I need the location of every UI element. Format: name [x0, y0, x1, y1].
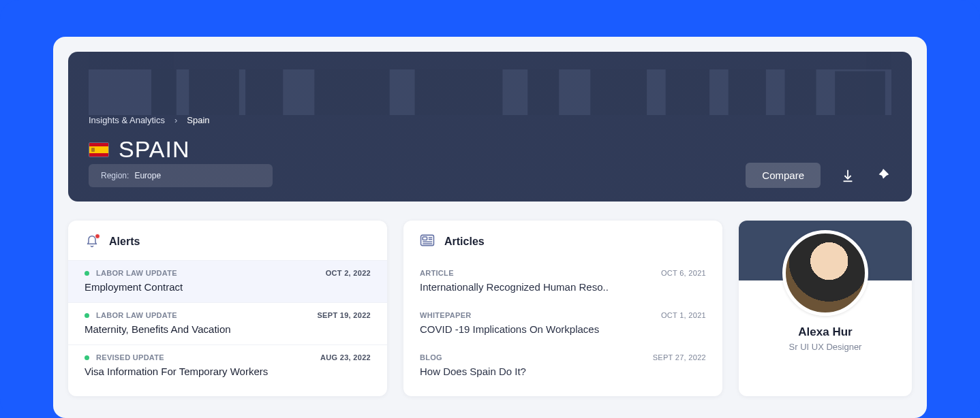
- profile-name: Alexa Hur: [798, 325, 852, 339]
- app-card: Insights & Analytics › Spain SPAIN Regio…: [53, 37, 927, 418]
- alert-category: REVISED UPDATE: [96, 353, 164, 361]
- article-title: Internationally Recognized Human Reso..: [420, 281, 706, 293]
- outer-frame: Insights & Analytics › Spain SPAIN Regio…: [0, 0, 980, 418]
- article-item[interactable]: WHITEPAPER OCT 1, 2021 COVID -19 Implica…: [403, 302, 722, 344]
- alert-title: Employment Contract: [85, 281, 371, 293]
- country-name: SPAIN: [119, 136, 190, 163]
- article-category: WHITEPAPER: [420, 311, 472, 319]
- hero-banner: Insights & Analytics › Spain SPAIN Regio…: [68, 52, 912, 202]
- svg-rect-15: [729, 69, 766, 115]
- articles-panel: Articles ARTICLE OCT 6, 2021 Internation…: [403, 221, 722, 396]
- svg-rect-13: [666, 69, 709, 115]
- alerts-panel: Alerts LABOR LAW UPDATE OCT 2, 2022 Empl…: [68, 221, 387, 396]
- download-icon[interactable]: [840, 167, 856, 184]
- newspaper-icon: [420, 234, 435, 249]
- article-category: ARTICLE: [420, 269, 454, 277]
- profile-card: Alexa Hur Sr UI UX Designer: [739, 221, 912, 396]
- profile-role: Sr UI UX Designer: [789, 342, 862, 352]
- alert-title: Maternity, Benefits And Vacation: [85, 323, 371, 335]
- status-dot-icon: [85, 355, 89, 360]
- hero-background-illustration: [89, 69, 891, 115]
- svg-rect-1: [151, 69, 177, 115]
- svg-rect-9: [527, 69, 559, 115]
- svg-rect-3: [189, 69, 239, 115]
- article-date: OCT 6, 2021: [661, 269, 706, 277]
- region-chip[interactable]: Region: Europe: [89, 164, 273, 187]
- article-item[interactable]: BLOG SEPT 27, 2022 How Does Spain Do It?: [403, 344, 722, 387]
- svg-rect-16: [785, 69, 816, 115]
- breadcrumb-current: Spain: [187, 115, 209, 125]
- article-item[interactable]: ARTICLE OCT 6, 2021 Internationally Reco…: [403, 260, 722, 302]
- alert-title: Visa Information For Temporary Workers: [85, 366, 371, 377]
- alert-date: AUG 23, 2022: [320, 353, 371, 361]
- articles-header: Articles: [403, 221, 722, 260]
- compare-button[interactable]: Compare: [746, 163, 821, 188]
- region-value: Europe: [134, 171, 161, 180]
- status-dot-icon: [85, 271, 89, 276]
- bell-icon: [85, 234, 99, 249]
- alerts-header: Alerts: [68, 221, 387, 260]
- alert-date: OCT 2, 2022: [326, 269, 371, 277]
- alert-date: SEPT 19, 2022: [317, 311, 371, 319]
- status-dot-icon: [85, 313, 89, 318]
- region-label: Region:: [101, 171, 129, 180]
- breadcrumb-root[interactable]: Insights & Analytics: [89, 115, 165, 125]
- page-title: SPAIN: [89, 136, 891, 163]
- alert-item[interactable]: LABOR LAW UPDATE SEPT 19, 2022 Maternity…: [68, 302, 387, 344]
- hero-actions: Compare: [746, 163, 891, 188]
- article-category: BLOG: [420, 353, 442, 361]
- article-title: COVID -19 Implications On Workplaces: [420, 323, 706, 335]
- svg-rect-4: [245, 69, 283, 115]
- svg-rect-20: [423, 237, 427, 240]
- pin-icon[interactable]: [875, 167, 891, 184]
- spain-flag-icon: [89, 142, 109, 157]
- article-date: OCT 1, 2021: [661, 311, 706, 319]
- article-date: SEPT 27, 2022: [653, 353, 706, 361]
- breadcrumb: Insights & Analytics › Spain: [89, 115, 891, 125]
- svg-rect-7: [415, 69, 503, 115]
- svg-rect-12: [590, 69, 647, 115]
- alert-category: LABOR LAW UPDATE: [96, 311, 177, 319]
- alert-category: LABOR LAW UPDATE: [96, 269, 177, 277]
- article-title: How Does Spain Do It?: [420, 366, 706, 377]
- content-row: Alerts LABOR LAW UPDATE OCT 2, 2022 Empl…: [68, 221, 912, 396]
- articles-title: Articles: [444, 236, 485, 248]
- svg-rect-6: [314, 69, 389, 115]
- alerts-title: Alerts: [109, 236, 140, 248]
- alert-item[interactable]: REVISED UPDATE AUG 23, 2022 Visa Informa…: [68, 344, 387, 387]
- svg-rect-18: [835, 71, 885, 115]
- chevron-right-icon: ›: [174, 115, 177, 125]
- alert-item[interactable]: LABOR LAW UPDATE OCT 2, 2022 Employment …: [68, 260, 387, 302]
- avatar[interactable]: [782, 230, 868, 316]
